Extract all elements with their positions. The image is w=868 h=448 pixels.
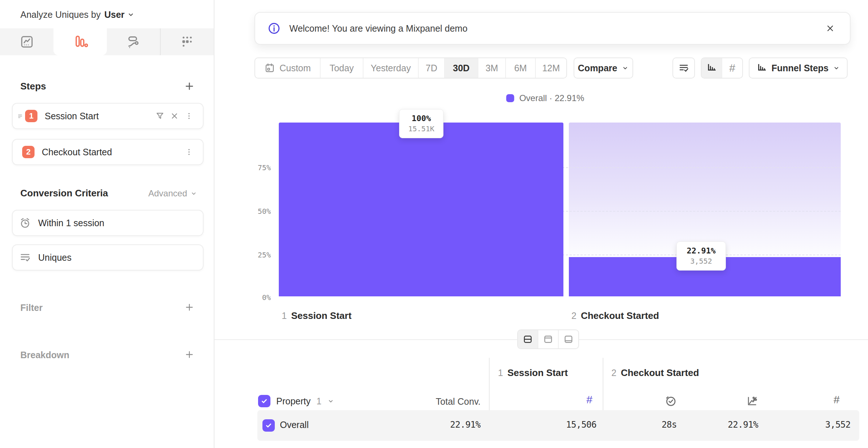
date-range-custom[interactable]: Custom bbox=[255, 58, 321, 78]
layout-chart-focus-option[interactable] bbox=[538, 330, 558, 348]
layout-split-option[interactable] bbox=[518, 330, 538, 348]
compare-button[interactable]: Compare bbox=[574, 57, 633, 79]
mixpanel-funnel-report: Analyze Uniques by User bbox=[0, 0, 868, 448]
counting-method-card[interactable]: Uniques bbox=[12, 244, 204, 271]
tab-funnels[interactable] bbox=[53, 28, 107, 55]
date-range-label: 7D bbox=[426, 63, 437, 73]
date-range-label: 12M bbox=[542, 63, 560, 73]
cell-step1-count: 15,506 bbox=[566, 420, 596, 430]
funnel-bar-step-1[interactable] bbox=[279, 123, 563, 296]
cell-step2-conv: 22.91% bbox=[728, 420, 758, 430]
analyze-header: Analyze Uniques by User bbox=[20, 7, 135, 23]
plus-icon bbox=[184, 81, 195, 92]
list-check-icon bbox=[19, 252, 31, 263]
add-breakdown-button[interactable] bbox=[182, 348, 196, 361]
cell-step2-count: 3,552 bbox=[825, 420, 851, 430]
hash-icon: # bbox=[729, 62, 735, 74]
bar-value-tooltip-step-1: 100% 15.51K bbox=[399, 109, 443, 138]
date-range-label: 30D bbox=[453, 63, 470, 73]
date-range-label: Yesterday bbox=[371, 63, 411, 73]
step-event-label[interactable]: Session Start bbox=[45, 111, 153, 121]
step-menu-kebab-icon[interactable] bbox=[182, 145, 196, 159]
banner-message: Welcome! You are viewing a Mixpanel demo bbox=[289, 23, 814, 34]
step-name: Checkout Started bbox=[621, 367, 699, 379]
step-event-label[interactable]: Checkout Started bbox=[42, 147, 182, 157]
funnel-dropoff-region-step-2 bbox=[569, 123, 841, 257]
y-axis-tick: 50% bbox=[233, 207, 271, 216]
chevron-down-icon[interactable] bbox=[327, 397, 334, 405]
tab-flows[interactable] bbox=[107, 28, 160, 55]
conversion-window-card[interactable]: Within 1 session bbox=[12, 210, 204, 236]
count-metric-icon[interactable]: # bbox=[586, 393, 592, 406]
metrics-list-button[interactable] bbox=[672, 57, 695, 79]
tooltip-percent: 22.91% bbox=[677, 245, 726, 256]
remove-step-icon[interactable] bbox=[167, 109, 182, 123]
date-range-yesterday[interactable]: Yesterday bbox=[363, 58, 419, 78]
step-menu-kebab-icon[interactable] bbox=[182, 109, 196, 123]
date-range-label: Today bbox=[330, 63, 354, 73]
property-header: Property 1 bbox=[258, 395, 334, 407]
tab-insights[interactable] bbox=[0, 28, 53, 55]
bar-value-tooltip-step-2: 22.91% 3,552 bbox=[676, 241, 726, 271]
chevron-down-icon bbox=[622, 64, 629, 72]
step-name: Checkout Started bbox=[581, 310, 659, 321]
select-all-checkbox[interactable] bbox=[258, 395, 270, 407]
layout-top-bar-icon bbox=[543, 334, 553, 344]
date-range-3m[interactable]: 3M bbox=[478, 58, 506, 78]
filter-icon[interactable] bbox=[153, 109, 167, 123]
step-row-1[interactable]: 1 Session Start bbox=[12, 103, 204, 129]
welcome-banner: Welcome! You are viewing a Mixpanel demo bbox=[254, 12, 851, 45]
layout-table-focus-option[interactable] bbox=[558, 330, 578, 348]
date-range-label: Custom bbox=[280, 63, 311, 73]
conversion-rate-metric-icon[interactable] bbox=[746, 395, 758, 407]
close-icon[interactable] bbox=[823, 21, 837, 36]
value-display-toggle: # bbox=[701, 57, 743, 79]
add-step-button[interactable] bbox=[182, 79, 196, 93]
date-range-12m[interactable]: 12M bbox=[536, 58, 566, 78]
chevron-down-icon bbox=[127, 11, 135, 19]
total-conv-header: Total Conv. bbox=[436, 396, 481, 407]
date-range-label: 3M bbox=[486, 63, 498, 73]
property-number: 1 bbox=[316, 396, 321, 407]
cell-total-conv: 22.91% bbox=[450, 420, 481, 430]
calendar-icon bbox=[264, 63, 275, 73]
drag-handle-icon[interactable] bbox=[16, 109, 25, 123]
step-number-badge: 1 bbox=[25, 110, 37, 122]
cell-step2-time: 28s bbox=[662, 420, 677, 430]
date-range-today[interactable]: Today bbox=[321, 58, 363, 78]
legend-swatch bbox=[506, 94, 514, 102]
date-range-30d[interactable]: 30D bbox=[445, 58, 478, 78]
filter-section-title: Filter bbox=[20, 303, 43, 313]
step-number: 2 bbox=[611, 368, 616, 378]
table-step-header-2: 2 Checkout Started bbox=[611, 367, 699, 379]
table-step-header-1: 1 Session Start bbox=[498, 367, 568, 379]
advanced-label: Advanced bbox=[148, 188, 187, 199]
funnel-view-label: Funnel Steps bbox=[772, 63, 829, 73]
tab-retention[interactable] bbox=[160, 28, 214, 55]
add-filter-button[interactable] bbox=[182, 300, 196, 314]
steps-section-title: Steps bbox=[20, 81, 46, 92]
analyze-entity-value: User bbox=[104, 9, 125, 20]
date-range-6m[interactable]: 6M bbox=[506, 58, 536, 78]
advanced-dropdown[interactable]: Advanced bbox=[148, 188, 197, 199]
insights-icon bbox=[20, 35, 34, 49]
date-range-7d[interactable]: 7D bbox=[419, 58, 445, 78]
funnel-view-selector[interactable]: Funnel Steps bbox=[749, 57, 848, 79]
step-row-2[interactable]: 2 Checkout Started bbox=[12, 139, 204, 165]
list-check-icon bbox=[678, 63, 689, 73]
layout-bottom-bar-icon bbox=[563, 334, 574, 344]
plus-icon bbox=[184, 302, 194, 312]
table-row-overall[interactable]: Overall 22.91% 15,506 28s 22.91% 3,552 bbox=[257, 410, 859, 441]
row-checkbox[interactable] bbox=[262, 419, 275, 432]
property-label[interactable]: Property bbox=[276, 396, 310, 407]
count-metric-icon[interactable]: # bbox=[833, 393, 840, 406]
avg-time-metric-icon[interactable] bbox=[664, 395, 677, 407]
date-range-label: 6M bbox=[514, 63, 527, 73]
counting-method-label: Uniques bbox=[38, 252, 72, 263]
bar-chart-toggle[interactable] bbox=[702, 58, 722, 78]
x-axis-step-label-2: 2 Checkout Started bbox=[571, 310, 659, 321]
analyze-entity-selector[interactable]: User bbox=[104, 9, 135, 20]
chart-legend[interactable]: Overall · 22.91% bbox=[506, 93, 584, 103]
number-toggle[interactable]: # bbox=[722, 58, 742, 78]
chevron-down-icon bbox=[190, 190, 197, 197]
